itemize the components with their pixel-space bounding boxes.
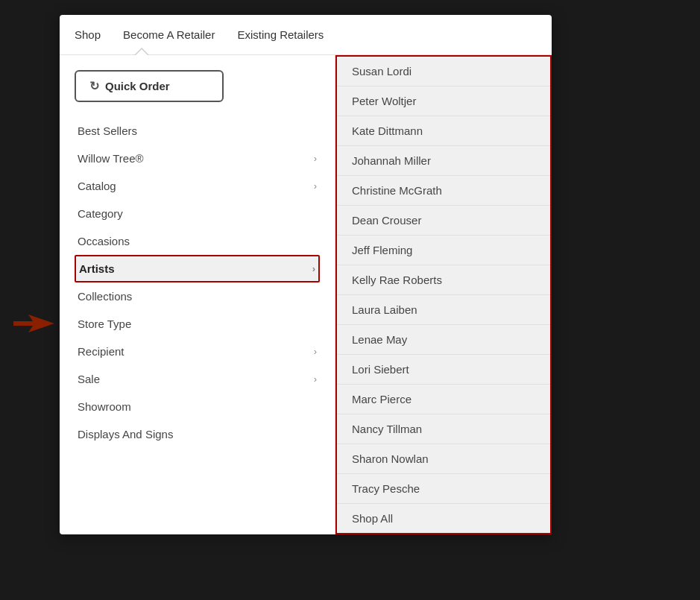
artist-christine-mcgrath[interactable]: Christine McGrath	[337, 176, 550, 206]
menu-occasions[interactable]: Occasions	[75, 227, 320, 255]
artist-sharon-nowlan[interactable]: Sharon Nowlan	[337, 444, 550, 474]
chevron-icon: ›	[314, 180, 317, 192]
artist-shop-all[interactable]: Shop All	[337, 504, 550, 533]
dropdown-area: ↻ Quick Order Best Sellers Willow Tree® …	[60, 55, 552, 534]
menu-collections[interactable]: Collections	[75, 282, 320, 310]
chevron-icon: ›	[312, 263, 315, 274]
menu-catalog[interactable]: Catalog ›	[75, 172, 320, 200]
refresh-icon: ↻	[89, 79, 99, 93]
chevron-icon: ›	[314, 373, 317, 385]
artist-jeff-fleming[interactable]: Jeff Fleming	[337, 236, 550, 265]
nav-shop[interactable]: Shop	[75, 28, 101, 41]
nav-become-retailer[interactable]: Become A Retailer	[123, 28, 215, 41]
artist-lenae-may[interactable]: Lenae May	[337, 325, 550, 355]
menu-store-type[interactable]: Store Type	[75, 310, 320, 338]
artist-laura-laiben[interactable]: Laura Laiben	[337, 295, 550, 325]
chevron-icon: ›	[314, 153, 317, 164]
artist-peter-woltjer[interactable]: Peter Woltjer	[337, 86, 550, 116]
artist-susan-lordi[interactable]: Susan Lordi	[337, 57, 550, 86]
artist-johannah-miller[interactable]: Johannah Miller	[337, 146, 550, 176]
artist-lori-siebert[interactable]: Lori Siebert	[337, 355, 550, 385]
left-column: ↻ Quick Order Best Sellers Willow Tree® …	[60, 55, 335, 534]
menu-willow-tree[interactable]: Willow Tree® ›	[75, 145, 320, 172]
artist-nancy-tillman[interactable]: Nancy Tillman	[337, 414, 550, 444]
artist-dean-crouser[interactable]: Dean Crouser	[337, 206, 550, 236]
arrow-indicator	[13, 313, 54, 334]
top-nav: Shop Become A Retailer Existing Retailer…	[60, 15, 552, 55]
artist-kelly-rae-roberts[interactable]: Kelly Rae Roberts	[337, 265, 550, 295]
menu-best-sellers[interactable]: Best Sellers	[75, 117, 320, 145]
menu-recipient[interactable]: Recipient ›	[75, 338, 320, 365]
artist-tracy-pesche[interactable]: Tracy Pesche	[337, 474, 550, 504]
menu-showroom[interactable]: Showroom	[75, 393, 320, 420]
artist-list-panel: Susan Lordi Peter Woltjer Kate Dittmann …	[335, 55, 552, 534]
caret-indicator	[134, 48, 149, 55]
chevron-icon: ›	[314, 346, 317, 357]
svg-rect-1	[13, 321, 37, 326]
menu-artists[interactable]: Artists ›	[75, 255, 320, 282]
artist-kate-dittmann[interactable]: Kate Dittmann	[337, 116, 550, 146]
nav-existing-retailers[interactable]: Existing Retailers	[237, 28, 324, 41]
artist-marc-pierce[interactable]: Marc Pierce	[337, 385, 550, 414]
quick-order-button[interactable]: ↻ Quick Order	[75, 70, 224, 102]
menu-sale[interactable]: Sale ›	[75, 365, 320, 393]
menu-category[interactable]: Category	[75, 200, 320, 227]
page-wrapper: Shop Become A Retailer Existing Retailer…	[0, 0, 700, 600]
quick-order-label: Quick Order	[105, 80, 170, 92]
menu-displays-signs[interactable]: Displays And Signs	[75, 420, 320, 448]
modal-container: Shop Become A Retailer Existing Retailer…	[60, 15, 552, 534]
